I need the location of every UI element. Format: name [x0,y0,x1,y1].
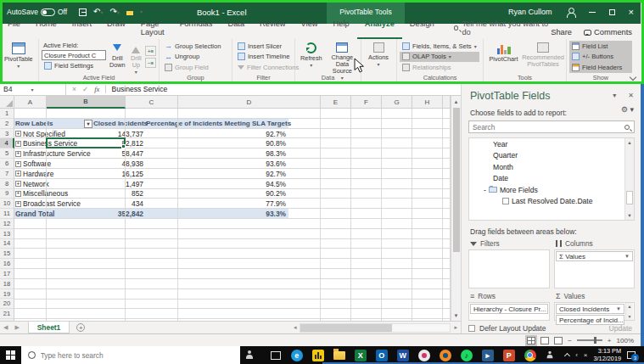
row-header-1[interactable]: 1 [0,109,14,119]
field-item[interactable]: Date [469,173,634,185]
tray-icon-1[interactable]: ‹ [575,351,578,359]
tab-formulas[interactable]: Formulas [172,18,221,39]
scroll-up-icon[interactable]: ▲ [451,96,461,107]
app-orange-icon[interactable] [434,346,456,364]
minimize-icon[interactable] [589,12,596,13]
clock[interactable]: 3:13 PM 3/12/2019 [594,348,621,362]
field-headers-toggle[interactable]: Field Headers [569,62,632,73]
normal-view-icon[interactable] [527,337,535,344]
field-item[interactable]: Year [469,138,634,150]
group-selection-button[interactable]: → Group Selection [162,41,223,52]
chip-dropdown-icon[interactable]: ▼ [614,306,621,311]
field-scroll-up-icon[interactable]: ▲ [625,138,634,145]
field-list-toggle[interactable]: Field List [569,41,632,52]
vertical-scroll-thumb[interactable] [453,108,460,252]
rows-drop-area[interactable]: Hierarchy - Closure Pr...▼ [468,302,550,321]
hscroll-left-icon[interactable]: ◂ [290,324,300,331]
tab-file[interactable]: File [0,18,28,39]
expand-item-icon[interactable]: + [15,151,21,157]
row-header-21[interactable]: 21 [0,309,14,319]
share-button[interactable]: Share [551,28,572,36]
word-icon[interactable]: W [392,346,413,364]
tab-page-layout[interactable]: Page Layout [133,18,172,39]
formula-content[interactable]: Business Service [106,85,172,93]
field-item[interactable]: Last Resolved Date.Date [469,196,634,208]
comments-button[interactable]: Comments [584,28,632,36]
insert-slicer-button[interactable]: Insert Slicer [235,41,301,52]
row-header-8[interactable]: 8 [0,179,14,189]
name-box-dropdown-icon[interactable]: ▾ [31,87,34,92]
tab-home[interactable]: Home [28,18,64,39]
tab-analyze[interactable]: Analyze [357,18,402,39]
column-header-G[interactable]: G [382,96,412,109]
taskbar-search-box[interactable] [21,346,240,364]
row-header-7[interactable]: 7 [0,169,14,179]
actions-button[interactable]: Actions▾ [364,41,393,73]
ink-workspace-icon[interactable] [245,350,253,360]
sheet-nav-left-icon[interactable]: ◀ [0,324,11,331]
qat-customize-icon[interactable]: ▾ [140,8,143,16]
restore-icon[interactable] [609,9,615,15]
drill-up-button[interactable]: Drill Up▾ [129,41,143,73]
field-scroll-thumb[interactable] [626,191,633,204]
values-scrollbar[interactable]: ▲▼ [625,303,633,320]
tray-chevron-up-icon[interactable] [564,353,570,359]
column-header-C[interactable]: C [126,96,178,109]
tab-data[interactable]: Data [220,18,252,39]
expand-item-icon[interactable]: + [15,171,21,176]
field-settings-button[interactable]: Field Settings [42,60,106,71]
redo-icon[interactable]: ↷▾ [109,8,119,17]
tab-design[interactable]: Design [402,18,442,39]
field-list-scrollbar[interactable]: ▲ ▼ [624,138,634,220]
horizontal-scrollbar[interactable] [300,323,451,333]
account-icon[interactable] [566,8,575,17]
pane-options-icon[interactable]: ▾ [613,92,616,99]
columns-drop-area[interactable]: Σ Values▼ [554,249,635,288]
recommended-pivottables-button[interactable]: Recommended PivotTables [523,41,563,73]
expand-item-icon[interactable]: + [15,181,21,187]
area-field-chip[interactable]: Closed Incidents▼ [556,304,624,314]
zoom-out-icon[interactable]: − [568,337,572,344]
autosave-switch-icon[interactable] [41,8,55,16]
field-item[interactable]: -More Fields [469,184,634,196]
worksheet[interactable]: ABCDEFGH 1234567891011121314151617181920… [0,96,451,321]
tab-insert[interactable]: Insert [64,18,99,39]
undo-icon[interactable]: ↶▾ [93,8,103,17]
gear-icon[interactable]: ⚙ ▾ [621,105,634,114]
new-sheet-button[interactable]: + [76,323,85,332]
row-header-5[interactable]: 5 [0,148,14,159]
highlighter-icon[interactable] [126,11,133,15]
column-header-D[interactable]: D [178,96,321,109]
ungroup-button[interactable]: ↔ Ungroup [162,52,223,63]
start-button[interactable] [0,346,21,364]
expand-item-icon[interactable]: + [15,201,21,207]
collapse-field-button[interactable]: −≡ [145,58,156,68]
enter-icon[interactable]: ✓ [82,85,88,93]
app-white-icon[interactable] [413,346,434,364]
file-explorer-icon[interactable] [328,346,350,364]
save-icon[interactable] [79,8,87,16]
hscroll-right-icon[interactable]: ▸ [451,324,461,331]
user-name[interactable]: Ryan Cullom [508,8,552,16]
field-list[interactable]: YearQuarterMonthDate-More FieldsLast Res… [468,137,635,221]
grid-area[interactable]: Row Labels▾Closed IncidentsPercentage of… [14,109,451,321]
area-field-chip[interactable]: Σ Values▼ [556,251,633,261]
powerpoint-icon[interactable]: P [498,346,519,364]
relationships-button[interactable]: Relationships [400,62,479,73]
spotify-icon[interactable]: ♪ [456,346,477,364]
outlook-icon[interactable]: O [371,346,392,364]
cancel-icon[interactable]: × [72,85,76,93]
row-header-2[interactable]: 2 [0,119,14,129]
pivottable-button[interactable]: PivotTable▾ [3,41,35,73]
column-header-B[interactable]: B [47,96,126,109]
column-header-H[interactable]: H [412,96,443,109]
pivotchart-button[interactable]: PivotChart [486,41,521,73]
scroll-down-icon[interactable]: ▼ [451,310,461,321]
row-header-13[interactable]: 13 [0,229,14,239]
row-header-10[interactable]: 10 [0,199,14,209]
field-scroll-down-icon[interactable]: ▼ [625,213,634,218]
chrome-icon[interactable] [519,346,540,364]
row-header-12[interactable]: 12 [0,219,14,229]
excel-icon[interactable]: X [350,346,371,364]
row-header-11[interactable]: 11 [0,209,14,219]
